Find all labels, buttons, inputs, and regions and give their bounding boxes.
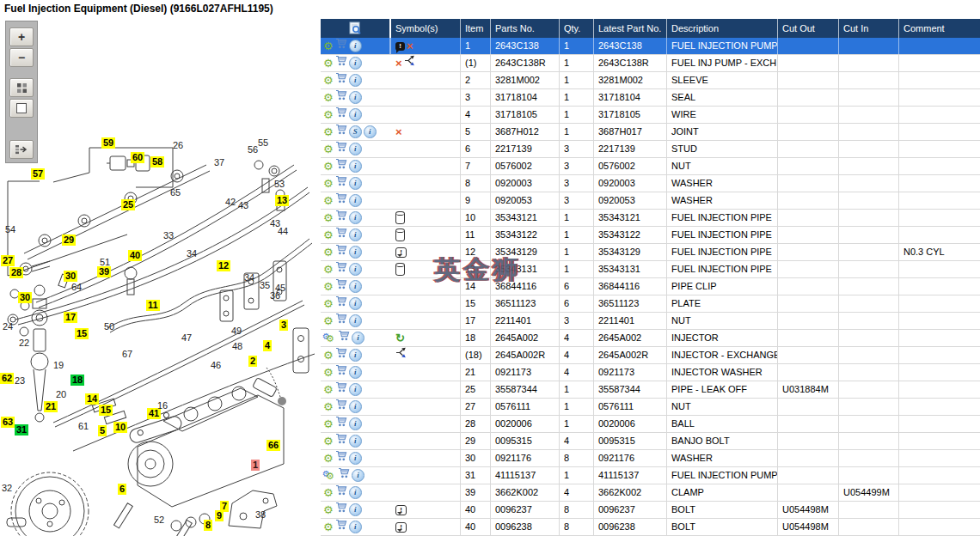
cart-icon[interactable] xyxy=(338,467,350,484)
table-row[interactable]: ⚙Si×53687H01213687H017JOINT xyxy=(321,124,980,141)
cart-icon[interactable] xyxy=(335,210,347,226)
info-icon[interactable]: i xyxy=(349,211,362,224)
diagram-callout-48[interactable]: 48 xyxy=(230,341,244,352)
info-icon[interactable]: i xyxy=(349,194,362,207)
gear-icon[interactable]: ⚙ xyxy=(323,161,334,172)
diagram-callout-23[interactable]: 23 xyxy=(13,375,27,387)
diagram-callout-1[interactable]: 1 xyxy=(251,460,260,471)
cart-icon[interactable] xyxy=(335,364,347,381)
diagram-callout-21[interactable]: 21 xyxy=(44,401,58,412)
cart-icon[interactable] xyxy=(335,227,347,243)
table-row[interactable]: ⚙i9092005330920053WASHER xyxy=(321,192,980,210)
diagram-callout-34[interactable]: 34 xyxy=(185,248,199,259)
diagram-callout-16[interactable]: 16 xyxy=(156,400,169,411)
gear-icon[interactable]: ⚙ xyxy=(323,75,334,86)
gear-icon[interactable]: ⚙ xyxy=(323,504,334,515)
diagram-callout-50[interactable]: 50 xyxy=(102,321,116,332)
info-icon[interactable]: i xyxy=(349,74,362,87)
diagram-callout-61[interactable]: 61 xyxy=(77,421,90,432)
diagram-callout-46[interactable]: 46 xyxy=(209,360,223,371)
info-icon[interactable]: i xyxy=(349,108,362,121)
cart-icon[interactable] xyxy=(335,89,347,106)
cart-icon[interactable] xyxy=(335,381,347,398)
diagram-callout-51[interactable]: 51 xyxy=(98,257,112,268)
table-row[interactable]: ⚙i!40009623880096238BOLTU054498M xyxy=(321,519,980,536)
tile-view-button[interactable] xyxy=(9,78,34,97)
diagram-callout-26[interactable]: 26 xyxy=(171,140,185,151)
table-row[interactable]: ⚙i2535587344135587344PIPE - LEAK OFFU031… xyxy=(321,381,980,399)
diagram-callout-52[interactable]: 52 xyxy=(152,515,166,526)
cart-icon[interactable] xyxy=(335,347,347,363)
table-row[interactable]: ⚙i8092000330920003WASHER xyxy=(321,175,980,192)
info-icon[interactable]: i xyxy=(349,314,362,327)
diagram-callout-62[interactable]: 62 xyxy=(0,373,14,384)
diagram-callout-29[interactable]: 29 xyxy=(62,234,76,246)
diagram-callout-56[interactable]: 56 xyxy=(246,144,260,155)
diagram-callout-34[interactable]: 34 xyxy=(242,272,256,283)
table-row[interactable]: ⚙i(18)2645A002R42645A002RINJECTOR - EXCH… xyxy=(321,347,980,364)
gear-icon[interactable]: ⚙ xyxy=(323,247,334,258)
info-icon[interactable]: i xyxy=(352,332,364,344)
table-row[interactable]: ⚙i28002000610020006BALL xyxy=(321,416,980,433)
info-icon[interactable]: i xyxy=(349,521,362,533)
cart-icon[interactable] xyxy=(335,399,347,415)
gear-icon[interactable]: ⚙ xyxy=(323,436,334,447)
diagram-callout-22[interactable]: 22 xyxy=(17,338,31,349)
cart-icon[interactable] xyxy=(335,175,347,192)
diagram-callout-12[interactable]: 12 xyxy=(217,260,230,271)
gear-icon[interactable]: ⚙ xyxy=(323,178,334,189)
diagram-callout-42[interactable]: 42 xyxy=(224,197,237,208)
gear-icon[interactable]: ⚙ xyxy=(323,453,334,464)
diagram-callout-17[interactable]: 17 xyxy=(64,312,77,323)
info-icon[interactable]: i xyxy=(349,486,362,499)
diagram-callout-10[interactable]: 10 xyxy=(113,422,127,433)
diagram-callout-37[interactable]: 37 xyxy=(212,157,226,168)
gear-icon[interactable]: ⚙ xyxy=(323,315,334,326)
gear-icon[interactable]: ⚙ xyxy=(323,487,334,498)
table-row[interactable]: ⚙i!40009623780096237BOLTU054498M xyxy=(321,502,980,519)
diagram-callout-59[interactable]: 59 xyxy=(101,137,115,149)
diagram-callout-67[interactable]: 67 xyxy=(120,349,134,360)
diagram-callout-27[interactable]: 27 xyxy=(1,255,15,266)
diagram-callout-36[interactable]: 36 xyxy=(268,290,282,302)
info-icon[interactable]: i xyxy=(349,297,362,310)
diagram-callout-65[interactable]: 65 xyxy=(168,187,182,198)
cart-icon[interactable] xyxy=(335,244,347,260)
table-row[interactable]: ⚙i1035343121135343121FUEL INJECTION PIPE xyxy=(321,210,980,227)
diagram-callout-13[interactable]: 13 xyxy=(275,195,289,206)
table-row[interactable]: ⚙i!1235343129135343129FUEL INJECTION PIP… xyxy=(321,244,980,261)
cart-icon[interactable] xyxy=(335,519,347,535)
diagram-callout-15[interactable]: 15 xyxy=(75,328,89,339)
info-icon[interactable]: i xyxy=(349,452,362,465)
gear-icon[interactable]: ⚙ xyxy=(323,521,334,533)
diagram-callout-4[interactable]: 4 xyxy=(263,340,272,351)
table-row[interactable]: ⚙i23281M00213281M002SLEEVE xyxy=(321,72,980,89)
supersession-icon[interactable]: S xyxy=(349,125,362,138)
gear-icon[interactable]: ⚙ xyxy=(323,281,334,292)
diagram-callout-60[interactable]: 60 xyxy=(131,152,144,163)
diagram-callout-28[interactable]: 28 xyxy=(9,267,23,278)
diagram-callout-30[interactable]: 30 xyxy=(64,271,77,282)
info-icon[interactable]: i xyxy=(349,91,362,104)
gear-icon[interactable]: ⚙ xyxy=(323,367,334,378)
info-icon[interactable]: i xyxy=(349,417,362,430)
table-row[interactable]: ⚙i29009531540095315BANJO BOLT xyxy=(321,433,980,450)
diagram-callout-15[interactable]: 15 xyxy=(99,405,113,416)
table-row[interactable]: ⚙i21092117340921173INJECTOR WASHER xyxy=(321,364,980,381)
diagram-callout-31[interactable]: 31 xyxy=(15,424,28,436)
gear-icon[interactable]: ⚙ xyxy=(323,92,334,103)
diagram-callout-49[interactable]: 49 xyxy=(230,326,243,337)
diagram-callout-11[interactable]: 11 xyxy=(146,300,160,311)
info-icon[interactable]: i xyxy=(364,125,377,138)
table-row[interactable]: ⚙i!×12643C13812643C138FUEL INJECTION PUM… xyxy=(321,38,980,55)
info-icon[interactable]: i xyxy=(352,469,364,482)
diagram-callout-53[interactable]: 53 xyxy=(273,179,286,190)
toggle-panel-button[interactable] xyxy=(9,140,34,159)
diagram-callout-43[interactable]: 43 xyxy=(236,200,250,211)
cart-icon[interactable] xyxy=(335,124,347,140)
double-gear-icon[interactable]: ⚙⚙ xyxy=(323,332,336,344)
gear-icon[interactable]: ⚙ xyxy=(323,126,334,137)
table-row[interactable]: ⚙⚙i3141115137141115137FUEL INJECTION PUM… xyxy=(321,467,980,484)
diagram-callout-18[interactable]: 18 xyxy=(70,375,84,386)
cart-icon[interactable] xyxy=(338,330,350,346)
